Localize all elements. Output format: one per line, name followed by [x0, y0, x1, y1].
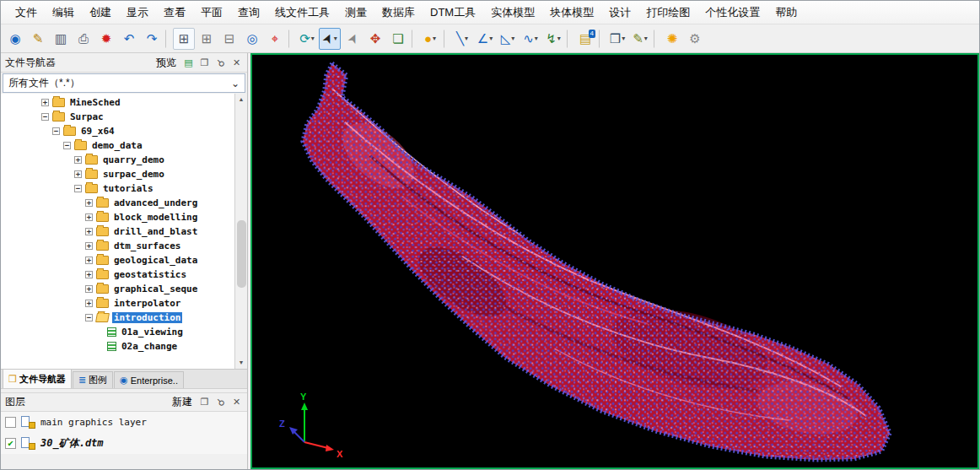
zoom-in-icon[interactable]: ⊞ [196, 28, 218, 50]
layer-checkbox[interactable]: ✔ [5, 438, 16, 449]
menu-item[interactable]: 查看 [156, 1, 193, 24]
open-editor-icon[interactable]: ✎ [27, 28, 49, 50]
tree-expander-icon[interactable]: + [74, 156, 82, 164]
zoom-window-icon[interactable]: ◎ [241, 28, 263, 50]
scroll-thumb[interactable] [237, 220, 246, 288]
tree-expander-icon[interactable]: − [85, 314, 93, 321]
scroll-down-button[interactable]: ▼ [235, 357, 247, 369]
tree-expander-icon[interactable]: + [41, 99, 49, 106]
print-icon[interactable]: ⎙ [73, 28, 94, 50]
redo-icon[interactable]: ↷ [141, 28, 163, 50]
float-panel-icon[interactable]: ❐ [198, 397, 211, 408]
tree-item[interactable]: + dtm_surfaces [1, 239, 234, 253]
tree-item[interactable]: 01a_viewing [1, 325, 234, 339]
menu-item[interactable]: 块体模型 [542, 1, 601, 24]
tree-item[interactable]: − tutorials [1, 181, 234, 196]
tree-scrollbar[interactable]: ▲ ▼ [234, 94, 247, 369]
zoom-out-icon[interactable]: ⊟ [218, 28, 240, 50]
dtm-surface-model[interactable] [252, 55, 977, 467]
tree-expander-icon[interactable]: + [74, 170, 82, 178]
menu-item[interactable]: DTM工具 [423, 1, 483, 24]
rotate-view-icon[interactable]: ⟳ ▾ [296, 28, 318, 50]
menu-item[interactable]: 查询 [230, 1, 267, 24]
menu-item[interactable]: 实体模型 [483, 1, 542, 24]
tree-item[interactable]: − 69_x64 [1, 124, 234, 138]
layer-row[interactable]: ✔ 30_矿体.dtm [1, 433, 247, 454]
polygon-tool-icon[interactable]: ◺ ▾ [497, 28, 519, 50]
gear-icon[interactable]: ⚙ [684, 28, 706, 50]
tree-item[interactable]: − introduction [1, 311, 234, 325]
preview-icon[interactable]: ▤ [182, 57, 195, 68]
tree-item[interactable]: − Surpac [1, 110, 234, 124]
menu-item[interactable]: 个性化设置 [697, 1, 767, 24]
tree-expander-icon[interactable]: + [85, 242, 93, 250]
settings-icon[interactable]: ✺ [661, 28, 683, 50]
tree-item[interactable]: + advanced_underg [1, 196, 234, 210]
undo-icon[interactable]: ↶ [118, 28, 140, 50]
report-icon[interactable]: ▤ 4 [574, 28, 596, 50]
tree-expander-icon[interactable]: − [63, 142, 71, 149]
tree-expander-icon[interactable]: − [41, 113, 49, 121]
grid-plus-icon[interactable]: ⊞ [173, 28, 195, 50]
file-filter-dropdown[interactable]: 所有文件（*.*） ⌄ [3, 73, 245, 93]
tree-item[interactable]: + interpolator [1, 296, 234, 311]
axes-icon[interactable]: ✥ [364, 28, 386, 50]
chevron-down-icon[interactable]: ▾ [465, 35, 468, 42]
tree-item[interactable]: + geological_data [1, 253, 234, 267]
tree-item[interactable]: + geostatistics [1, 267, 234, 282]
preview-button[interactable]: 预览 [153, 55, 179, 71]
menu-item[interactable]: 帮助 [767, 1, 805, 24]
chevron-down-icon[interactable]: ▾ [311, 35, 315, 42]
menu-item[interactable]: 打印绘图 [638, 1, 697, 24]
refresh-graphics-icon[interactable]: ✹ [95, 28, 117, 50]
reset-view-icon[interactable]: ◉ [4, 28, 26, 50]
target-icon[interactable]: ⌖ [264, 28, 286, 50]
pin-icon[interactable]: ⚲ [213, 394, 229, 411]
tree-expander-icon[interactable]: + [85, 213, 93, 221]
select-tool-icon[interactable]: ➤ [342, 28, 363, 50]
tree-item[interactable]: + drill_and_blast [1, 224, 234, 239]
polyline-tool-icon[interactable]: ∠ ▾ [474, 28, 496, 50]
float-panel-icon[interactable]: ❐ [198, 57, 211, 68]
tree-expander-icon[interactable]: + [85, 257, 93, 264]
layer-checkbox[interactable] [5, 417, 16, 428]
menu-item[interactable]: 显示 [119, 1, 156, 24]
chevron-down-icon[interactable]: ▾ [535, 35, 538, 42]
chevron-down-icon[interactable]: ▾ [644, 35, 648, 42]
draw-icon[interactable]: ✎ ▾ [629, 28, 651, 50]
menu-item[interactable]: 编辑 [45, 1, 82, 24]
menu-item[interactable]: 数据库 [374, 1, 423, 24]
point-tool-icon[interactable]: ● ▾ [419, 28, 441, 50]
pin-icon[interactable]: ⚲ [213, 54, 229, 71]
tree-item[interactable]: + MineSched [1, 95, 234, 110]
chevron-down-icon[interactable]: ▾ [433, 35, 436, 42]
panel-tab[interactable]: ◉ Enterprise.. [114, 371, 184, 388]
tree-expander-icon[interactable]: + [85, 228, 93, 235]
menu-item[interactable]: 设计 [601, 1, 638, 24]
menu-item[interactable]: 创建 [82, 1, 119, 24]
menu-item[interactable]: 测量 [337, 1, 374, 24]
tree-expander-icon[interactable]: − [52, 127, 60, 135]
windows-icon[interactable]: ❒ ▾ [606, 28, 628, 50]
breakline-tool-icon[interactable]: ↯ ▾ [542, 28, 564, 50]
tree-expander-icon[interactable]: + [85, 300, 93, 307]
line-tool-icon[interactable]: ╲ ▾ [451, 28, 473, 50]
curve-tool-icon[interactable]: ∿ ▾ [520, 28, 541, 50]
tree-expander-icon[interactable]: + [85, 199, 93, 207]
scroll-up-button[interactable]: ▲ [235, 94, 247, 105]
tree-item[interactable]: + block_modelling [1, 210, 234, 224]
save-icon[interactable]: ▥ [50, 28, 72, 50]
tree-item[interactable]: + quarry_demo [1, 153, 234, 167]
tree-item[interactable]: 02a_change [1, 339, 234, 354]
layer-row[interactable]: main graphics layer [1, 412, 247, 433]
chevron-down-icon[interactable]: ▾ [489, 35, 493, 42]
menu-item[interactable]: 线文件工具 [267, 1, 337, 24]
pointer-tool-icon[interactable]: ➤ ▾ [319, 28, 341, 50]
chevron-down-icon[interactable]: ▾ [511, 35, 514, 42]
tree-item[interactable]: − demo_data [1, 138, 234, 153]
new-layer-button[interactable]: 新建 [170, 394, 195, 410]
tree-expander-icon[interactable]: + [85, 271, 93, 278]
menu-item[interactable]: 平面 [193, 1, 230, 24]
chevron-down-icon[interactable]: ▾ [557, 35, 561, 42]
menu-item[interactable]: 文件 [8, 1, 45, 24]
